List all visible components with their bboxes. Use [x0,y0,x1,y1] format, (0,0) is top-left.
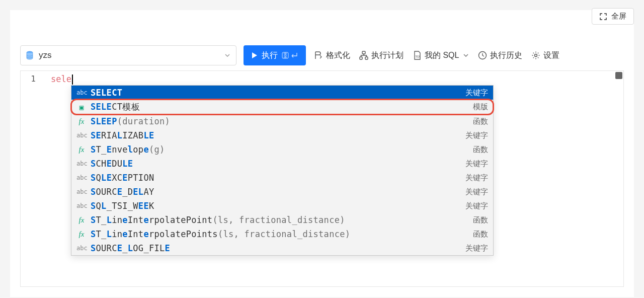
autocomplete-type: 关键字 [465,131,488,140]
fullscreen-label: 全屏 [611,12,626,21]
autocomplete-label: ST_LineInterpolatePoint(ls, fractional_d… [91,215,469,225]
autocomplete-item[interactable]: fxST_Envelope(g)函数 [71,142,493,157]
text-cursor [72,74,73,85]
template-icon: ▣ [76,103,87,111]
mysql-dropdown[interactable]: SQL 我的 SQL [412,48,470,63]
autocomplete-type: 关键字 [465,88,488,98]
autocomplete-type: 模版 [473,102,488,112]
svg-point-7 [535,54,537,57]
editor-line[interactable]: sele [51,74,73,85]
autocomplete-label: SELECT模板 [91,101,469,113]
typed-text: sele [51,74,71,84]
keyword-icon: abc [76,202,87,209]
function-icon: fx [76,117,87,126]
keyword-icon: abc [76,160,87,167]
play-icon [252,52,258,59]
autocomplete-label: SQLEXCEPTION [91,173,461,183]
fullscreen-icon [599,13,607,21]
autocomplete-type: 函数 [473,215,488,225]
autocomplete-item[interactable]: abcSELECT关键字 [71,86,493,100]
autocomplete-label: SELECT [91,88,461,98]
clock-icon [478,51,487,60]
run-button[interactable]: 执行 [244,45,306,65]
svg-rect-4 [365,57,368,59]
plan-icon [359,51,368,60]
autocomplete-item[interactable]: fxST_LineInterpolatePoint(ls, fractional… [71,213,493,227]
function-icon: fx [76,216,87,225]
autocomplete-label: SOURCE_LOG_FILE [91,243,461,253]
autocomplete-item[interactable]: abcSCHEDULE关键字 [71,157,493,171]
autocomplete-popup[interactable]: abcSELECT关键字▣SELECT模板模版fxSLEEP(duration)… [71,85,494,256]
svg-text:SQL: SQL [416,55,421,58]
svg-rect-1 [282,52,288,58]
keyword-icon: abc [76,89,87,96]
function-icon: fx [76,230,87,239]
database-icon [26,51,34,60]
keyword-icon: abc [76,188,87,195]
history-button[interactable]: 执行历史 [477,48,523,63]
scrollbar-thumb[interactable] [615,72,622,79]
autocomplete-type: 关键字 [465,244,488,253]
fullscreen-button[interactable]: 全屏 [592,8,634,25]
autocomplete-label: ST_LineInterpolatePoints(ls, fractional_… [91,229,469,239]
autocomplete-label: ST_Envelope(g) [91,144,469,155]
autocomplete-type: 关键字 [465,201,488,211]
autocomplete-type: 关键字 [465,173,488,183]
autocomplete-item[interactable]: fxSLEEP(duration)函数 [71,114,493,128]
run-label: 执行 [262,50,278,61]
autocomplete-type: 函数 [473,145,488,155]
autocomplete-type: 函数 [473,230,488,239]
keyword-icon: abc [76,174,87,181]
keyword-icon: abc [76,245,87,252]
svg-rect-2 [362,51,365,54]
explain-button[interactable]: 执行计划 [358,48,405,63]
keyword-icon: abc [76,132,87,139]
autocomplete-type: 关键字 [465,187,488,197]
line-gutter: 1 [21,71,46,286]
autocomplete-label: SERIALIZABLE [91,130,461,140]
gear-icon [531,51,540,60]
sql-toolbar: yzs 执行 格式化 [20,45,624,65]
autocomplete-item[interactable]: abcSERIALIZABLE关键字 [71,128,493,142]
line-number: 1 [21,74,46,84]
chevron-down-icon [463,52,469,58]
format-button[interactable]: 格式化 [313,48,351,63]
function-icon: fx [76,145,87,154]
autocomplete-item[interactable]: abcSQL_TSI_WEEK关键字 [71,199,493,213]
autocomplete-item[interactable]: abcSQLEXCEPTION关键字 [71,171,493,185]
autocomplete-type: 关键字 [465,159,488,169]
autocomplete-item[interactable]: abcSOURCE_DELAY关键字 [71,185,493,199]
autocomplete-type: 函数 [473,117,488,126]
database-select[interactable]: yzs [20,45,236,65]
format-icon [314,51,323,60]
run-shortcut [282,52,298,59]
autocomplete-item[interactable]: abcSOURCE_LOG_FILE关键字 [71,241,493,255]
autocomplete-label: SCHEDULE [91,159,461,169]
autocomplete-item[interactable]: ▣SELECT模板模版 [71,100,493,114]
sql-editor[interactable]: 1 sele abcSELECT关键字▣SELECT模板模版fxSLEEP(du… [20,70,624,287]
autocomplete-label: SQL_TSI_WEEK [91,201,461,211]
autocomplete-label: SOURCE_DELAY [91,187,461,197]
autocomplete-label: SLEEP(duration) [91,116,469,126]
database-name: yzs [39,50,52,60]
chevron-down-icon [224,52,231,59]
settings-button[interactable]: 设置 [530,48,560,63]
svg-rect-3 [360,57,362,59]
autocomplete-item[interactable]: fxST_LineInterpolatePoints(ls, fractiona… [71,227,493,241]
sql-file-icon: SQL [413,51,422,60]
